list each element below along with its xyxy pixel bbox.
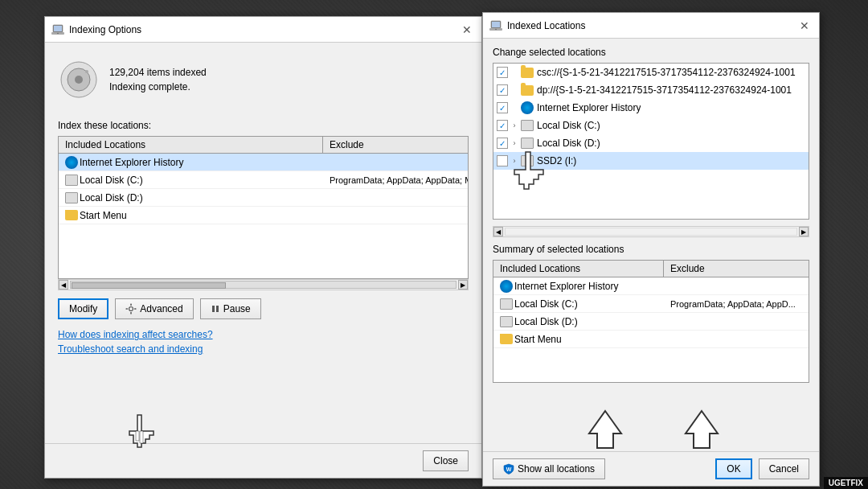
table-row[interactable]: Local Disk (C:) ProgramData; AppData; Ap… [59, 171, 468, 189]
col-exclude-header: Exclude [323, 137, 468, 153]
table-row[interactable]: Local Disk (D:) [59, 189, 468, 207]
expand-arrow[interactable] [510, 103, 519, 113]
indexing-titlebar: Indexing Options ✕ [45, 17, 481, 43]
modify-button[interactable]: Modify [58, 298, 108, 319]
scroll-right-btn[interactable]: ▶ [458, 280, 468, 290]
svg-rect-14 [216, 306, 219, 312]
tree-checkbox[interactable]: ✓ [497, 120, 508, 131]
cancel-button[interactable]: Cancel [759, 458, 809, 479]
indexed-title: Indexed Locations [507, 20, 585, 31]
tree-checkbox[interactable]: ✓ [497, 138, 508, 149]
table-row[interactable]: Start Menu [59, 207, 468, 224]
tree-item[interactable]: › SSD2 (I:) [493, 152, 809, 170]
tree-item[interactable]: ✓ csc://{S-1-5-21-3412217515-3717354112-… [493, 64, 809, 81]
indexing-content: 129,204 items indexed Indexing complete.… [45, 43, 481, 374]
hdd-icon [58, 59, 100, 101]
summary-table-body: Internet Explorer History Local Disk (C:… [493, 277, 809, 382]
tree-item-label: Local Disk (C:) [537, 120, 600, 131]
expand-arrow[interactable]: › [510, 156, 519, 166]
tree-checkbox[interactable]: ✓ [497, 84, 508, 96]
indexed-titlebar: Indexed Locations ✕ [483, 13, 819, 39]
loc-name: Local Disk (D:) [59, 192, 323, 203]
indexing-close-button[interactable]: ✕ [459, 22, 475, 38]
drive-icon [65, 192, 78, 203]
scrollbar-thumb[interactable] [72, 282, 226, 289]
arrow-indicator-1 [588, 409, 624, 452]
folder-icon [500, 334, 513, 344]
expand-arrow[interactable]: › [510, 138, 519, 148]
expand-arrow[interactable] [510, 68, 519, 77]
stats-count: 129,204 items indexed [109, 67, 207, 78]
ok-button[interactable]: OK [715, 458, 751, 479]
links-section: How does indexing affect searches? Troub… [58, 329, 469, 355]
loc-name: Start Menu [59, 210, 323, 221]
summary-title: Summary of selected locations [493, 244, 809, 255]
tree-scrollbar[interactable]: ◀ ▶ [493, 226, 809, 237]
summary-loc-name: Local Disk (D:) [493, 316, 664, 327]
scroll-right-btn[interactable]: ▶ [799, 227, 809, 236]
tree-checkbox[interactable]: ✓ [497, 102, 508, 113]
scrollbar-track[interactable] [70, 281, 457, 289]
indexing-footer: Close [45, 443, 481, 478]
index-locations-label: Index these locations: [58, 120, 469, 131]
svg-point-7 [85, 70, 88, 73]
scroll-left-btn[interactable]: ◀ [493, 227, 503, 236]
svg-text:W: W [506, 466, 512, 472]
drive-icon [65, 175, 78, 186]
locations-tree[interactable]: ✓ csc://{S-1-5-21-3412217515-3717354112-… [493, 63, 809, 220]
indexed-locations-dialog: Indexed Locations ✕ Change selected loca… [482, 12, 820, 487]
scroll-left-btn[interactable]: ◀ [59, 280, 68, 290]
summary-loc-name: Internet Explorer History [493, 280, 664, 293]
how-indexing-link[interactable]: How does indexing affect searches? [58, 329, 469, 340]
col-included-header: Included Locations [59, 137, 323, 153]
indexed-titlebar-left: Indexed Locations [489, 19, 585, 32]
tree-item[interactable]: ✓ › Local Disk (D:) [493, 134, 809, 152]
svg-rect-19 [492, 22, 500, 27]
svg-marker-24 [589, 411, 621, 448]
table-row[interactable]: Internet Explorer History [59, 154, 468, 171]
tree-item[interactable]: ✓ dp://{S-1-5-21-3412217515-3717354112-2… [493, 81, 809, 99]
summary-col-exclude-header: Exclude [664, 261, 809, 277]
stats-section: 129,204 items indexed Indexing complete. [58, 52, 469, 107]
summary-row: Start Menu [493, 331, 809, 348]
tree-item-label: SSD2 (I:) [537, 155, 576, 166]
summary-section: Summary of selected locations Included L… [493, 244, 809, 383]
locations-table-body: Internet Explorer History Local Disk (C:… [59, 154, 468, 278]
advanced-button[interactable]: Advanced [115, 298, 193, 319]
expand-arrow[interactable]: › [510, 121, 519, 130]
ie-icon [65, 156, 78, 169]
horizontal-scrollbar[interactable]: ◀ ▶ [58, 279, 469, 290]
pause-button[interactable]: Pause [200, 298, 261, 319]
summary-loc-name: Start Menu [493, 334, 664, 345]
summary-table-header: Included Locations Exclude [493, 261, 809, 277]
show-all-locations-button[interactable]: W Show all locations [493, 458, 605, 479]
svg-rect-17 [136, 431, 139, 441]
folder-icon [521, 85, 534, 96]
indexed-close-button[interactable]: ✕ [796, 18, 813, 34]
expand-arrow[interactable] [510, 85, 519, 95]
svg-point-8 [129, 307, 133, 311]
svg-rect-11 [126, 308, 129, 310]
bottom-buttons: Modify Advanced Pause [58, 298, 469, 319]
tree-item[interactable]: ✓ Internet Explorer History [493, 99, 809, 117]
summary-loc-name: Local Disk (C:) [493, 298, 664, 310]
locations-table: Included Locations Exclude Internet Expl… [58, 136, 469, 279]
close-button[interactable]: Close [423, 450, 469, 471]
summary-row: Local Disk (C:) ProgramData; AppData; Ap… [493, 295, 809, 313]
svg-point-21 [495, 28, 497, 30]
tree-item[interactable]: ✓ › Local Disk (C:) [493, 117, 809, 134]
folder-icon [521, 68, 534, 78]
summary-row: Local Disk (D:) [493, 313, 809, 331]
svg-point-6 [75, 76, 83, 84]
gear-icon [125, 303, 137, 314]
svg-rect-13 [212, 306, 215, 312]
tree-checkbox[interactable]: ✓ [497, 67, 508, 78]
drive-icon [521, 120, 534, 131]
tree-item-label: csc://{S-1-5-21-3412217515-3717354112-23… [537, 67, 796, 78]
scrollbar-track[interactable] [505, 228, 797, 236]
svg-rect-16 [140, 431, 143, 443]
drive-icon [500, 316, 513, 327]
folder-icon [65, 210, 78, 220]
tree-checkbox[interactable] [497, 155, 508, 166]
troubleshoot-link[interactable]: Troubleshoot search and indexing [58, 343, 469, 355]
